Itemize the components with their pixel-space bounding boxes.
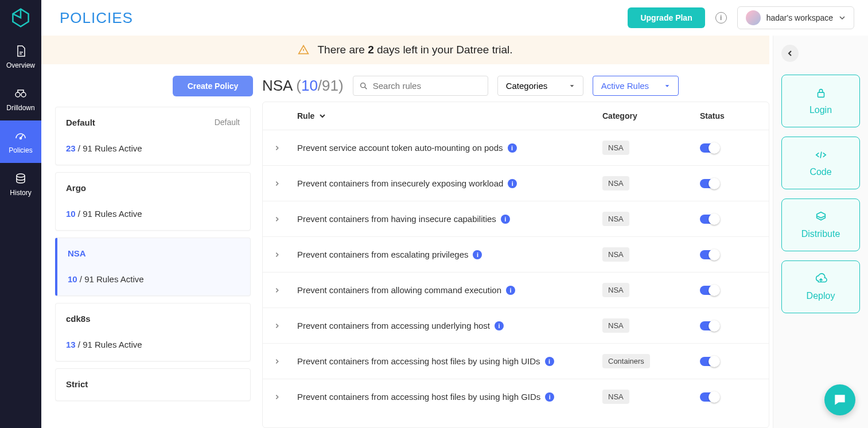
nav-history[interactable]: History (0, 163, 41, 205)
policy-name: Argo (66, 183, 240, 193)
nav-policies[interactable]: Policies (0, 120, 41, 163)
info-icon[interactable]: i (495, 321, 504, 330)
status-toggle[interactable] (700, 392, 719, 402)
status-toggle[interactable] (700, 357, 719, 366)
chevron-right-icon (274, 394, 280, 400)
status-toggle[interactable] (700, 215, 719, 224)
svg-point-0 (15, 92, 20, 97)
info-icon[interactable]: i (501, 215, 510, 224)
left-nav: Overview Drilldown Policies History (0, 0, 41, 428)
policy-card[interactable]: DefaultDefault23 / 91 Rules Active (55, 107, 251, 165)
status-toggle[interactable] (700, 321, 719, 330)
policy-card[interactable]: Argo10 / 91 Rules Active (55, 172, 251, 231)
chevron-down-icon (319, 112, 326, 119)
expand-button[interactable] (274, 214, 297, 224)
status-toggle[interactable] (700, 250, 719, 259)
chevron-right-icon (274, 216, 280, 222)
chat-button[interactable] (824, 384, 855, 415)
gauge-icon (14, 129, 28, 143)
collapse-button[interactable] (781, 45, 799, 62)
policy-card[interactable]: Strict (55, 368, 251, 401)
rules-table: Rule Category Status Prevent service acc… (262, 102, 769, 428)
step-card-distribute[interactable]: Distribute (781, 199, 860, 251)
info-icon[interactable]: i (508, 143, 517, 153)
search-field[interactable] (373, 81, 482, 91)
chevron-down-icon (839, 14, 846, 21)
workspace-selector[interactable]: hadar's workspace (737, 6, 854, 29)
table-row: Prevent containers from allowing command… (263, 272, 769, 308)
table-row: Prevent containers from accessing host f… (263, 379, 769, 414)
stack-icon (14, 172, 28, 185)
policy-stats: 23 / 91 Rules Active (66, 143, 240, 153)
step-label: Deploy (807, 291, 835, 301)
policy-card[interactable]: NSA10 / 91 Rules Active (55, 238, 251, 296)
active-rules-select[interactable]: Active Rules (593, 76, 679, 96)
col-status: Status (700, 111, 757, 120)
create-policy-button[interactable]: Create Policy (173, 76, 253, 96)
rules-title: NSA (10/91) (262, 77, 344, 95)
nav-label: Drilldown (6, 104, 34, 112)
rule-name: Prevent containers from insecurely expos… (297, 178, 602, 188)
svg-point-4 (360, 83, 365, 87)
expand-button[interactable] (274, 178, 297, 189)
expand-button[interactable] (274, 143, 297, 153)
chevron-down-icon (569, 83, 575, 89)
policy-name: DefaultDefault (66, 118, 240, 127)
info-icon[interactable]: i (545, 357, 554, 366)
categories-select[interactable]: Categories (497, 76, 583, 96)
info-icon[interactable]: i (545, 392, 554, 402)
expand-button[interactable] (274, 392, 297, 402)
policy-card[interactable]: cdk8s13 / 91 Rules Active (55, 303, 251, 361)
info-icon[interactable]: i (508, 179, 517, 188)
rule-name: Prevent containers from accessing underl… (297, 321, 602, 330)
info-icon[interactable]: i (715, 12, 727, 24)
chevron-right-icon (274, 359, 280, 364)
warning-icon (298, 44, 309, 56)
step-card-code[interactable]: Code (781, 137, 860, 189)
rule-category: NSA (602, 283, 700, 297)
step-card-login[interactable]: Login (781, 75, 860, 127)
step-card-deploy[interactable]: Deploy (781, 260, 860, 313)
expand-button[interactable] (274, 356, 297, 367)
step-label: Login (809, 105, 832, 115)
expand-button[interactable] (274, 285, 297, 295)
col-rule[interactable]: Rule (297, 111, 602, 120)
rule-category: NSA (602, 212, 700, 226)
chevron-right-icon (274, 181, 280, 186)
nav-overview[interactable]: Overview (0, 36, 41, 78)
table-row: Prevent containers from escalating privi… (263, 236, 769, 272)
rule-category: NSA (602, 390, 700, 404)
file-icon (14, 44, 28, 58)
info-icon[interactable]: i (506, 286, 515, 295)
rule-category: Containers (602, 354, 700, 368)
upgrade-button[interactable]: Upgrade Plan (628, 7, 704, 28)
step-label: Code (809, 167, 831, 177)
status-toggle[interactable] (700, 286, 719, 295)
chevron-right-icon (274, 145, 280, 151)
rule-category: NSA (602, 318, 700, 333)
page-title: POLICIES (60, 9, 133, 27)
rule-name: Prevent containers from allowing command… (297, 285, 602, 295)
expand-button[interactable] (274, 321, 297, 331)
nav-drilldown[interactable]: Drilldown (0, 78, 41, 120)
expand-button[interactable] (274, 250, 297, 260)
policy-list: DefaultDefault23 / 91 Rules ActiveArgo10… (55, 107, 253, 428)
col-category: Category (602, 111, 700, 120)
status-toggle[interactable] (700, 179, 719, 188)
policy-name: NSA (68, 248, 240, 258)
table-row: Prevent containers from accessing underl… (263, 308, 769, 343)
search-icon (359, 81, 368, 91)
status-toggle[interactable] (700, 143, 719, 153)
logo (0, 0, 41, 36)
svg-point-3 (17, 174, 25, 177)
table-row: Prevent service account token auto-mount… (263, 130, 769, 165)
search-input[interactable] (353, 76, 488, 96)
banner-text: There are 2 days left in your Datree tri… (317, 44, 512, 56)
workspace-name: hadar's workspace (766, 13, 833, 22)
svg-rect-5 (818, 92, 824, 97)
policy-stats: 13 / 91 Rules Active (66, 340, 240, 349)
info-icon[interactable]: i (473, 250, 482, 259)
table-header: Rule Category Status (263, 102, 769, 130)
chevron-down-icon (664, 83, 670, 89)
policy-name: Strict (66, 379, 240, 389)
